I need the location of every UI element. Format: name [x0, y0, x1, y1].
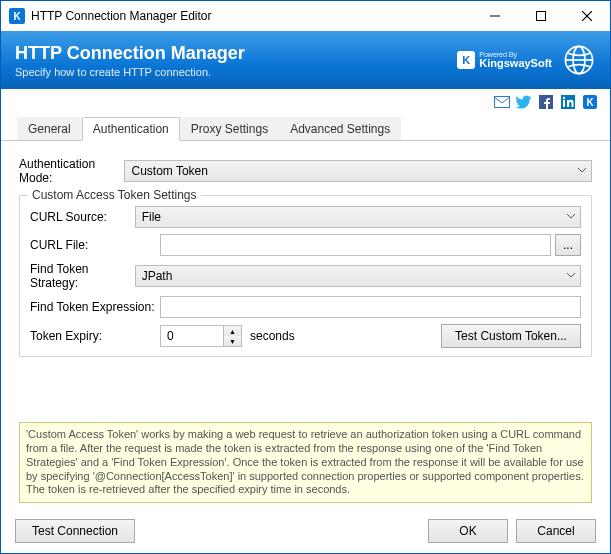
- curl-file-label: CURL File:: [30, 238, 160, 252]
- browse-file-button[interactable]: ...: [555, 234, 581, 256]
- brand-powered-by: Powered By: [479, 51, 552, 58]
- close-icon: [582, 11, 592, 21]
- info-box: 'Custom Access Token' works by making a …: [19, 422, 592, 503]
- curl-file-input[interactable]: [160, 234, 551, 256]
- brand-name: KingswaySoft: [479, 58, 552, 69]
- svg-point-11: [563, 97, 565, 99]
- curl-source-select[interactable]: File: [135, 206, 581, 228]
- chevron-down-icon: [566, 211, 576, 221]
- spinner-up-icon[interactable]: ▲: [224, 326, 241, 336]
- token-expiry-spinner[interactable]: 0 ▲ ▼: [160, 325, 242, 347]
- token-expiry-unit: seconds: [250, 329, 295, 343]
- brand-logo: K Powered By KingswaySoft: [457, 51, 552, 69]
- ok-button[interactable]: OK: [428, 519, 508, 543]
- chevron-down-icon: [566, 270, 576, 280]
- tab-proxy-settings[interactable]: Proxy Settings: [180, 117, 279, 140]
- token-expiry-value: 0: [161, 329, 223, 343]
- close-button[interactable]: [564, 1, 610, 31]
- find-token-strategy-value: JPath: [142, 269, 173, 283]
- tab-advanced-settings[interactable]: Advanced Settings: [279, 117, 401, 140]
- curl-source-value: File: [142, 210, 161, 224]
- email-icon[interactable]: [494, 94, 510, 110]
- minimize-icon: [490, 11, 500, 21]
- header-banner: HTTP Connection Manager Specify how to c…: [1, 31, 610, 89]
- social-row: K: [1, 89, 610, 115]
- test-connection-button[interactable]: Test Connection: [15, 519, 135, 543]
- svg-rect-1: [537, 12, 546, 21]
- footer: Test Connection OK Cancel: [1, 509, 610, 553]
- find-token-expression-label: Find Token Expression:: [30, 300, 160, 314]
- banner-title: HTTP Connection Manager: [15, 43, 245, 64]
- auth-mode-value: Custom Token: [131, 164, 207, 178]
- maximize-icon: [536, 11, 546, 21]
- custom-access-token-group: Custom Access Token Settings CURL Source…: [19, 195, 592, 357]
- maximize-button[interactable]: [518, 1, 564, 31]
- curl-source-label: CURL Source:: [30, 210, 135, 224]
- svg-rect-10: [563, 100, 565, 107]
- token-expiry-label: Token Expiry:: [30, 329, 160, 343]
- titlebar: K HTTP Connection Manager Editor: [1, 1, 610, 31]
- app-icon: K: [9, 8, 25, 24]
- globe-icon: [562, 43, 596, 77]
- twitter-icon[interactable]: [516, 94, 532, 110]
- window-title: HTTP Connection Manager Editor: [31, 9, 472, 23]
- svg-rect-7: [495, 97, 510, 108]
- banner-subtitle: Specify how to create HTTP connection.: [15, 66, 245, 78]
- k-icon[interactable]: K: [582, 94, 598, 110]
- auth-mode-select[interactable]: Custom Token: [124, 160, 592, 182]
- linkedin-icon[interactable]: [560, 94, 576, 110]
- test-custom-token-button[interactable]: Test Custom Token...: [441, 324, 581, 348]
- tab-bar: General Authentication Proxy Settings Ad…: [1, 117, 610, 141]
- auth-mode-label: Authentication Mode:: [19, 157, 124, 185]
- spinner-down-icon[interactable]: ▼: [224, 336, 241, 346]
- find-token-expression-input[interactable]: [160, 296, 581, 318]
- brand-k-icon: K: [457, 51, 475, 69]
- group-legend: Custom Access Token Settings: [28, 188, 201, 202]
- cancel-button[interactable]: Cancel: [516, 519, 596, 543]
- find-token-strategy-label: Find Token Strategy:: [30, 262, 135, 290]
- find-token-strategy-select[interactable]: JPath: [135, 265, 581, 287]
- window-root: K HTTP Connection Manager Editor HTTP Co…: [0, 0, 611, 554]
- tab-authentication[interactable]: Authentication: [82, 117, 180, 141]
- tab-general[interactable]: General: [17, 117, 82, 140]
- chevron-down-icon: [577, 165, 587, 175]
- minimize-button[interactable]: [472, 1, 518, 31]
- facebook-icon[interactable]: [538, 94, 554, 110]
- tab-content: Authentication Mode: Custom Token Custom…: [1, 141, 610, 509]
- window-buttons: [472, 1, 610, 31]
